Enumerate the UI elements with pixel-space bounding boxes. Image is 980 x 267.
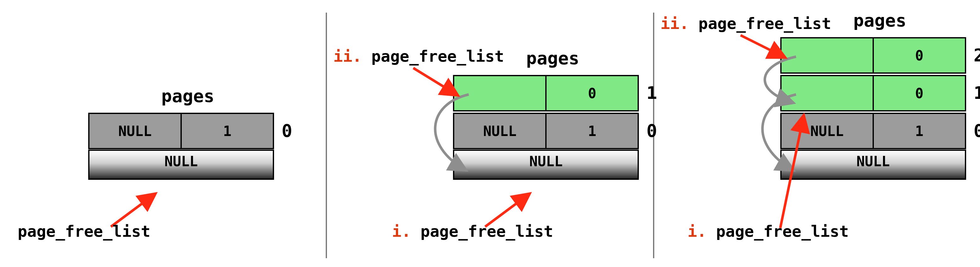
page-ref-cell: 0 bbox=[545, 76, 638, 110]
row-index: 1 bbox=[974, 83, 980, 103]
arrow-page-free-list-ii bbox=[737, 32, 791, 70]
panel-step-1: pages NULL 1 0 NULL page_free_list bbox=[0, 0, 326, 267]
diagram-panels: pages NULL 1 0 NULL page_free_list pages… bbox=[0, 0, 980, 267]
page-ref-cell: 1 bbox=[545, 114, 638, 148]
label-page-free-list-ii: ii. page_free_list bbox=[660, 14, 831, 33]
link-arrow bbox=[418, 91, 472, 180]
svg-line-1 bbox=[413, 68, 457, 95]
arrow-page-free-list-ii bbox=[410, 65, 464, 103]
ground-null: NULL bbox=[453, 149, 639, 180]
label-page-free-list-ii: ii. page_free_list bbox=[333, 47, 504, 65]
svg-line-3 bbox=[741, 35, 785, 57]
page-ref-cell: 0 bbox=[873, 76, 965, 110]
page-ref-cell: 1 bbox=[873, 114, 965, 148]
page-row-0: NULL 1 bbox=[88, 113, 274, 149]
array-title: pages bbox=[526, 48, 579, 68]
page-ref-cell: 0 bbox=[873, 38, 965, 72]
svg-line-2 bbox=[485, 194, 529, 227]
ground-null: NULL bbox=[88, 149, 274, 180]
panel-step-3: pages 0 2 0 1 NULL 1 0 NULL ii. page_fre… bbox=[654, 0, 980, 267]
array-title: pages bbox=[853, 10, 907, 30]
panel-step-2: pages 0 1 NULL 1 0 NULL ii. page_free_li… bbox=[327, 0, 653, 267]
array-title: pages bbox=[161, 86, 215, 106]
arrow-page-free-list-i bbox=[774, 111, 812, 231]
label-page-free-list: page_free_list bbox=[18, 222, 150, 240]
page-link-cell: NULL bbox=[89, 114, 180, 148]
svg-line-0 bbox=[111, 194, 155, 227]
page-row-2: 0 bbox=[780, 37, 966, 74]
page-row-1: 0 bbox=[453, 75, 639, 111]
page-ref-cell: 1 bbox=[180, 114, 273, 148]
row-index: 2 bbox=[974, 45, 980, 65]
row-index: 0 bbox=[974, 120, 980, 141]
page-row-1: 0 bbox=[780, 75, 966, 111]
row-index: 0 bbox=[282, 120, 292, 141]
label-page-free-list-i: i. page_free_list bbox=[688, 222, 849, 240]
page-row-0: NULL 1 bbox=[453, 113, 639, 149]
svg-line-4 bbox=[780, 116, 803, 228]
label-page-free-list-i: i. page_free_list bbox=[392, 222, 553, 240]
